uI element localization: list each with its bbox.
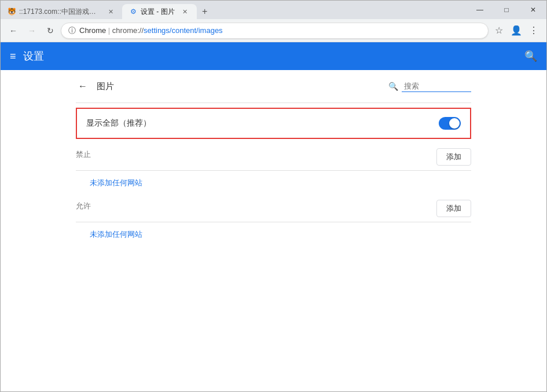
address-bar-icon: ⓘ xyxy=(68,25,76,36)
tab1-label: ::17173.com::中国游戏门户站 xyxy=(19,7,100,17)
tab-1[interactable]: 🐯 ::17173.com::中国游戏门户站 ✕ xyxy=(1,4,122,19)
close-button[interactable]: ✕ xyxy=(520,1,546,19)
tab-2[interactable]: ⚙ 设置 - 图片 ✕ xyxy=(122,4,197,19)
show-all-label: 显示全部（推荐） xyxy=(86,118,151,129)
settings-search-icon[interactable]: 🔍 xyxy=(524,50,537,63)
browser-content: ≡ 设置 🔍 ← 图片 🔍 xyxy=(1,42,546,391)
block-section: 禁止 添加 未添加任何网站 xyxy=(76,148,471,188)
menu-button[interactable]: ⋮ xyxy=(526,23,542,39)
tab2-label: 设置 - 图片 xyxy=(141,7,175,17)
allow-divider xyxy=(76,222,471,222)
bookmark-button[interactable]: ☆ xyxy=(491,23,507,39)
tab-bar: 🐯 ::17173.com::中国游戏门户站 ✕ ⚙ 设置 - 图片 ✕ + xyxy=(1,1,213,19)
tab1-close-icon[interactable]: ✕ xyxy=(106,7,115,16)
block-divider xyxy=(76,170,471,171)
address-bar-text: Chrome | chrome://settings/content/image… xyxy=(79,26,481,35)
settings-page: ≡ 设置 🔍 ← 图片 🔍 xyxy=(1,42,546,391)
page-search-icon: 🔍 xyxy=(388,82,398,91)
back-button[interactable]: ← xyxy=(5,23,21,39)
window-controls: — □ ✕ xyxy=(467,1,546,19)
settings-header: ≡ 设置 🔍 xyxy=(1,42,546,70)
allow-section-title: 允许 xyxy=(76,201,91,211)
block-add-button[interactable]: 添加 xyxy=(436,148,471,166)
page-header-right: 🔍 xyxy=(388,80,471,92)
account-button[interactable]: 👤 xyxy=(508,23,524,39)
allow-add-button[interactable]: 添加 xyxy=(436,200,471,217)
address-bar[interactable]: ⓘ Chrome | chrome://settings/content/ima… xyxy=(61,23,489,39)
show-all-toggle-row: 显示全部（推荐） xyxy=(76,108,471,139)
minimize-button[interactable]: — xyxy=(467,1,493,19)
block-section-title: 禁止 xyxy=(76,149,91,160)
back-to-settings-button[interactable]: ← xyxy=(76,79,90,93)
allow-section-header: 允许 添加 xyxy=(76,200,471,217)
address-url-highlight: settings/content/images xyxy=(144,26,223,35)
block-empty-text: 未添加任何网站 xyxy=(90,178,471,188)
new-tab-button[interactable]: + xyxy=(197,4,213,19)
block-section-header: 禁止 添加 xyxy=(76,148,471,166)
browser-window: 🐯 ::17173.com::中国游戏门户站 ✕ ⚙ 设置 - 图片 ✕ + —… xyxy=(0,0,547,392)
address-brand: Chrome xyxy=(79,26,106,35)
page-header: ← 图片 🔍 xyxy=(76,70,471,103)
tab1-favicon: 🐯 xyxy=(8,8,16,16)
reload-button[interactable]: ↻ xyxy=(42,23,58,39)
show-all-toggle[interactable] xyxy=(439,117,461,130)
forward-button[interactable]: → xyxy=(24,23,40,39)
maximize-button[interactable]: □ xyxy=(493,1,520,19)
tab2-close-icon[interactable]: ✕ xyxy=(181,7,190,16)
tab2-favicon: ⚙ xyxy=(129,8,137,16)
allow-section: 允许 添加 未添加任何网站 xyxy=(76,200,471,240)
menu-icon[interactable]: ≡ xyxy=(10,50,16,63)
page-title: 图片 xyxy=(97,81,114,92)
page-header-left: ← 图片 xyxy=(76,79,114,93)
settings-title: 设置 xyxy=(23,49,44,63)
nav-right-buttons: ☆ 👤 ⋮ xyxy=(491,23,542,39)
allow-empty-text: 未添加任何网站 xyxy=(90,229,471,240)
toggle-knob xyxy=(449,118,460,129)
navigation-bar: ← → ↻ ⓘ Chrome | chrome://settings/conte… xyxy=(1,19,546,42)
title-bar: 🐯 ::17173.com::中国游戏门户站 ✕ ⚙ 设置 - 图片 ✕ + —… xyxy=(1,1,546,19)
content-area: ← 图片 🔍 显示全部（推荐） xyxy=(1,70,546,391)
settings-main: ← 图片 🔍 显示全部（推荐） xyxy=(1,70,546,391)
page-search-input[interactable] xyxy=(402,80,471,92)
